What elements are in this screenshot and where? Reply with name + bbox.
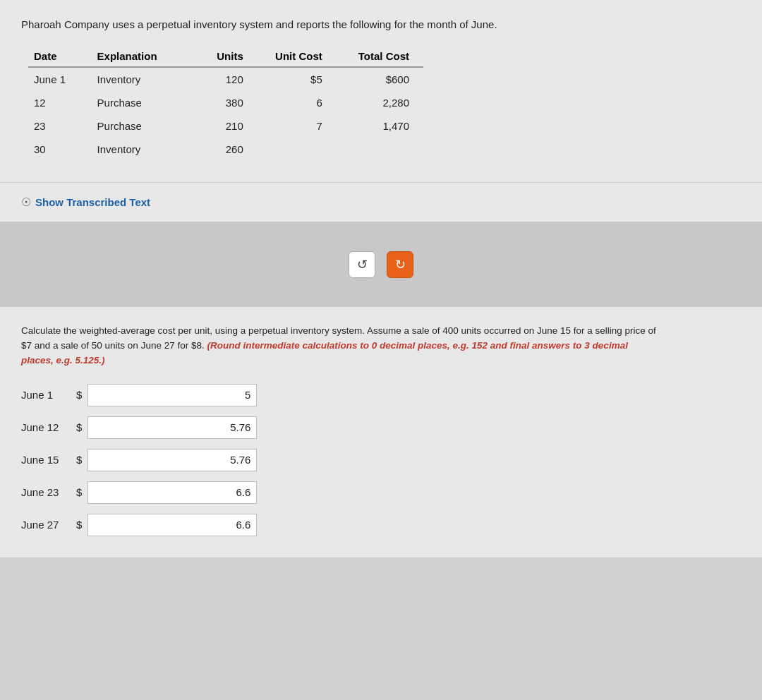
cell-total-cost: 1,470 (337, 114, 423, 138)
input-rows-container: June 1 $ June 12 $ June 15 $ June 23 $ J… (21, 384, 741, 536)
calc-input-row: June 23 $ (21, 481, 741, 504)
top-section: Pharoah Company uses a perpetual invento… (0, 0, 762, 182)
redo-icon: ↻ (395, 257, 406, 272)
bottom-section: Calculate the weighted-average cost per … (0, 307, 762, 557)
calc-input-field[interactable] (87, 449, 257, 471)
calc-input-row: June 27 $ (21, 514, 741, 536)
calc-input-field[interactable] (87, 514, 257, 536)
cell-units: 210 (194, 114, 258, 138)
dollar-sign-icon: $ (76, 421, 82, 433)
calc-row-label: June 15 (21, 454, 71, 466)
cell-units: 260 (194, 138, 258, 161)
middle-gap: ↺ ↻ (0, 222, 762, 307)
dollar-sign-icon: $ (76, 486, 82, 498)
cell-date: 12 (28, 91, 92, 114)
calc-input-row: June 15 $ (21, 449, 741, 471)
calc-row-label: June 27 (21, 519, 71, 531)
table-row: 12 Purchase 380 6 2,280 (28, 91, 423, 114)
show-transcribed-section: ☉ Show Transcribed Text (0, 182, 762, 222)
cell-date: 30 (28, 138, 92, 161)
cell-unit-cost: $5 (258, 67, 337, 91)
cell-unit-cost: 7 (258, 114, 337, 138)
show-transcribed-link[interactable]: Show Transcribed Text (35, 196, 150, 208)
calc-row-label: June 12 (21, 421, 71, 433)
table-row: June 1 Inventory 120 $5 $600 (28, 67, 423, 91)
cell-unit-cost: 6 (258, 91, 337, 114)
cell-explanation: Purchase (92, 91, 195, 114)
calc-description: Calculate the weighted-average cost per … (21, 324, 656, 368)
cell-date: 23 (28, 114, 92, 138)
cell-total-cost: 2,280 (337, 91, 423, 114)
col-header-explanation: Explanation (92, 46, 195, 67)
col-header-date: Date (28, 46, 92, 67)
dollar-sign-icon: $ (76, 389, 82, 401)
undo-icon: ↺ (357, 257, 368, 272)
cell-explanation: Purchase (92, 114, 195, 138)
table-row: 30 Inventory 260 (28, 138, 423, 161)
cell-total-cost (337, 138, 423, 161)
calc-row-label: June 1 (21, 389, 71, 401)
cell-explanation: Inventory (92, 138, 195, 161)
cell-total-cost: $600 (337, 67, 423, 91)
dollar-sign-icon: $ (76, 454, 82, 466)
col-header-unit-cost: Unit Cost (258, 46, 337, 67)
cell-units: 380 (194, 91, 258, 114)
calc-input-row: June 12 $ (21, 416, 741, 439)
calc-input-field[interactable] (87, 481, 257, 504)
col-header-units: Units (194, 46, 258, 67)
eye-icon: ☉ (21, 195, 31, 209)
table-row: 23 Purchase 210 7 1,470 (28, 114, 423, 138)
calc-row-label: June 23 (21, 486, 71, 498)
cell-units: 120 (194, 67, 258, 91)
redo-button[interactable]: ↻ (387, 251, 413, 278)
col-header-total-cost: Total Cost (337, 46, 423, 67)
inventory-table: Date Explanation Units Unit Cost Total C… (28, 46, 423, 161)
intro-text: Pharoah Company uses a perpetual invento… (21, 17, 741, 32)
calc-input-field[interactable] (87, 384, 257, 406)
dollar-sign-icon: $ (76, 519, 82, 531)
calc-input-field[interactable] (87, 416, 257, 439)
cell-date: June 1 (28, 67, 92, 91)
undo-button[interactable]: ↺ (349, 251, 375, 278)
cell-unit-cost (258, 138, 337, 161)
cell-explanation: Inventory (92, 67, 195, 91)
calc-input-row: June 1 $ (21, 384, 741, 406)
